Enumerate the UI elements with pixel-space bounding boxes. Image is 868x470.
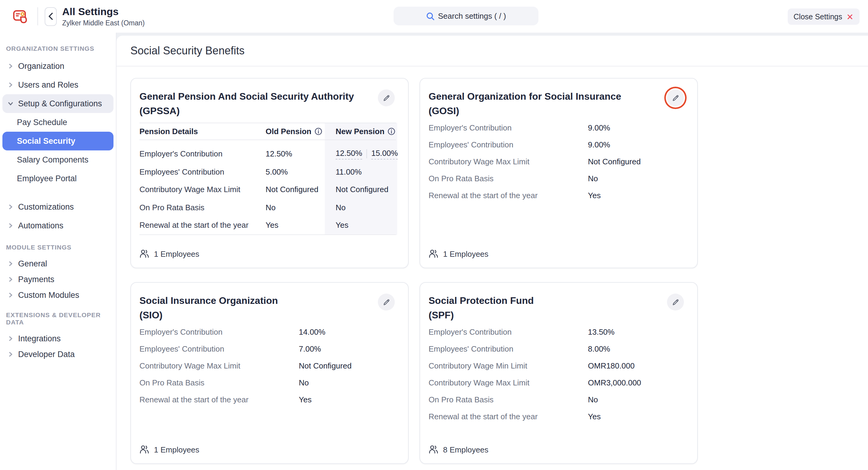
edit-gpssa-button[interactable] [378, 89, 395, 106]
dual-value: 12.50%15.00% [336, 149, 398, 159]
new-pension-value: Not Configured [325, 185, 397, 194]
card-header: General Pension And Social Security Auth… [140, 89, 396, 118]
sidebar-item-users-and-roles[interactable]: Users and Roles [2, 76, 114, 94]
table-row: Contributory Wage Max LimitNot Configure… [140, 181, 396, 199]
detail-label: Employer's Contribution [429, 327, 588, 336]
new-pension-value: Yes [325, 221, 397, 230]
chevron-right-icon [8, 292, 16, 297]
sidebar-item-label: Organization [18, 62, 64, 71]
detail-row: Employees' Contribution7.00% [140, 340, 396, 357]
edit-gosi-button[interactable] [667, 89, 684, 106]
card-title: General Pension And Social Security Auth… [140, 89, 354, 118]
close-icon: ✕ [846, 12, 854, 21]
info-icon[interactable] [388, 127, 395, 135]
chevron-right-icon [8, 335, 16, 341]
pencil-icon [671, 94, 680, 102]
old-pension-value: No [266, 203, 325, 212]
detail-value: No [588, 174, 598, 183]
row-label: Contributory Wage Max Limit [140, 185, 266, 194]
card-sio: Social Insurance Organization(SIO)Employ… [130, 282, 409, 464]
sidebar-item-custom-modules[interactable]: Custom Modules [2, 287, 114, 303]
sidebar-item-label: Users and Roles [18, 80, 79, 89]
detail-row: Employees' Contribution8.00% [429, 340, 685, 357]
sidebar-item-label: Developer Data [18, 350, 75, 358]
sidebar-item-setup-configurations[interactable]: Setup & Configurations [2, 94, 114, 113]
header-divider [37, 7, 38, 25]
detail-list: Employer's Contribution14.00%Employees' … [140, 323, 396, 408]
sidebar-item-payments[interactable]: Payments [2, 271, 114, 287]
search-placeholder: Search settings ( / ) [438, 11, 506, 21]
sidebar-item-social-security[interactable]: Social Security [2, 132, 114, 150]
detail-row: Renewal at the start of the yearYes [429, 408, 685, 425]
chevron-right-icon [8, 82, 16, 88]
close-settings-button[interactable]: Close Settings ✕ [787, 8, 860, 25]
sidebar-item-integrations[interactable]: Integrations [2, 330, 114, 346]
sidebar-item-salary-components[interactable]: Salary Components [2, 150, 114, 169]
detail-row: Employer's Contribution9.00% [429, 119, 685, 136]
detail-list: Employer's Contribution9.00%Employees' C… [429, 119, 685, 204]
sidebar-item-organization[interactable]: Organization [2, 57, 114, 76]
sidebar-gap [0, 188, 114, 198]
detail-row: Contributory Wage Max LimitNot Configure… [429, 153, 685, 170]
users-icon [140, 445, 149, 454]
card-footer: 8 Employees [429, 443, 685, 456]
detail-value: No [299, 378, 309, 387]
column-header-label: Old Pension [266, 127, 311, 136]
employees-count: 1 Employees [154, 249, 199, 258]
sidebar-section-label: EXTENSIONS & DEVELOPER DATA [0, 311, 114, 326]
detail-label: On Pro Rata Basis [429, 395, 588, 404]
sidebar-item-label: Setup & Configurations [18, 99, 102, 108]
back-button[interactable] [45, 7, 57, 26]
chevron-left-icon [48, 13, 53, 20]
detail-row: Renewal at the start of the yearYes [140, 391, 396, 408]
card-title-line1: Social Protection Fund [429, 294, 534, 308]
detail-label: On Pro Rata Basis [140, 378, 299, 387]
pencil-icon [671, 298, 680, 306]
employees-count: 1 Employees [443, 249, 488, 258]
table-row: On Pro Rata BasisNoNo [140, 199, 396, 216]
row-label: On Pro Rata Basis [140, 203, 266, 212]
sidebar-item-employee-portal[interactable]: Employee Portal [2, 169, 114, 188]
info-icon[interactable] [314, 127, 322, 135]
detail-value: OMR180.000 [588, 361, 635, 370]
search-settings-input[interactable]: Search settings ( / ) [394, 7, 538, 25]
gross-rate-value[interactable]: 15.00% [371, 149, 398, 159]
sidebar-item-automations[interactable]: Automations [2, 216, 114, 235]
sidebar-item-general[interactable]: General [2, 256, 114, 271]
detail-label: Contributory Wage Min Limit [429, 361, 588, 370]
detail-label: Employees' Contribution [140, 344, 299, 353]
sidebar-item-pay-schedule[interactable]: Pay Schedule [2, 113, 114, 132]
pencil-icon [382, 298, 391, 306]
basic-rate-value[interactable]: 12.50% [336, 149, 362, 159]
detail-label: Renewal at the start of the year [429, 190, 588, 200]
chevron-right-icon [8, 63, 16, 69]
card-title-line2: (GOSI) [429, 104, 621, 118]
sidebar-item-developer-data[interactable]: Developer Data [2, 346, 114, 362]
detail-value: 8.00% [588, 344, 610, 353]
detail-row: On Pro Rata BasisNo [429, 170, 685, 187]
row-label: Renewal at the start of the year [140, 221, 266, 230]
sidebar-item-label: Custom Modules [18, 290, 80, 299]
card-title-line1: Social Insurance Organization [140, 294, 278, 308]
edit-sio-button[interactable] [378, 294, 395, 311]
chevron-right-icon [8, 204, 16, 210]
detail-row: Contributory Wage Max LimitNot Configure… [140, 357, 396, 374]
old-pension-value: Yes [266, 221, 325, 230]
sidebar-subitem-label: Pay Schedule [17, 118, 67, 127]
sidebar-item-label: General [18, 259, 47, 268]
sidebar-item-label: Automations [18, 221, 63, 230]
detail-value: 7.00% [299, 344, 321, 353]
detail-row: Employer's Contribution14.00% [140, 323, 396, 340]
edit-spf-button[interactable] [667, 294, 684, 311]
chevron-down-icon [8, 101, 16, 106]
card-title-line2: (SPF) [429, 308, 534, 323]
employees-count: 1 Employees [154, 445, 199, 454]
old-pension-value: 12.50% [266, 149, 325, 158]
page-title: Social Security Benefits [130, 45, 245, 57]
header-title: All Settings [62, 6, 145, 18]
card-title-line1: General Pension And Social Security Auth… [140, 89, 354, 104]
header-subtitle: Zylker Middle East (Oman) [62, 19, 145, 27]
detail-value: 13.50% [588, 327, 615, 336]
old-pension-value: Not Configured [266, 185, 325, 194]
sidebar-item-customizations[interactable]: Customizations [2, 198, 114, 216]
